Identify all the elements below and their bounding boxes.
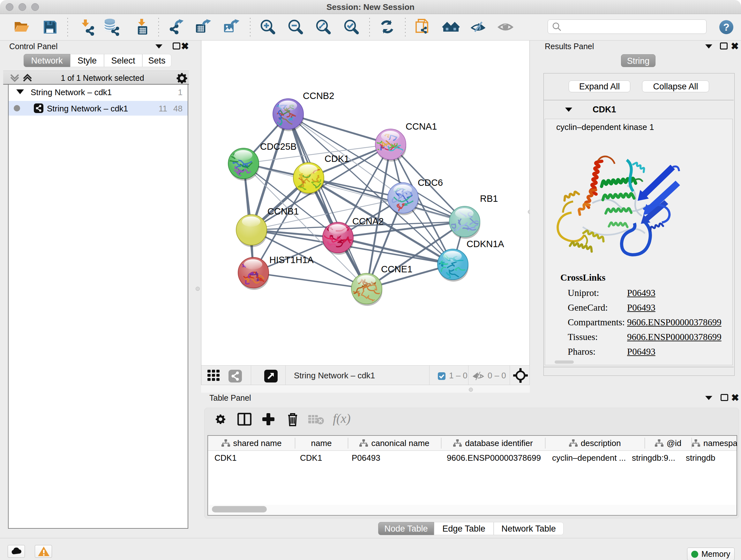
- svg-text:CCNB1: CCNB1: [267, 206, 299, 216]
- svg-text:HIST1H1A: HIST1H1A: [269, 255, 314, 265]
- svg-text:CDK1: CDK1: [325, 153, 349, 164]
- svg-text:CCNA1: CCNA1: [406, 121, 437, 132]
- svg-text:CDC6: CDC6: [418, 178, 443, 188]
- svg-text:CDKN1A: CDKN1A: [467, 239, 504, 249]
- svg-text:RB1: RB1: [480, 193, 498, 204]
- svg-text:CCNB2: CCNB2: [303, 91, 334, 101]
- svg-text:CDC25B: CDC25B: [260, 141, 296, 152]
- svg-text:CCNE1: CCNE1: [381, 264, 412, 274]
- svg-text:CCNA2: CCNA2: [352, 216, 384, 226]
